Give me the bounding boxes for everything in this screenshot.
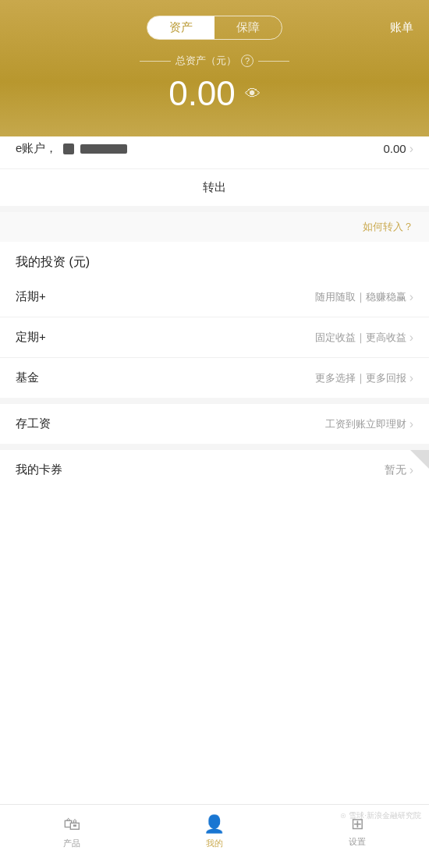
- nav-label-mine: 我的: [206, 838, 223, 849]
- watermark: ⊙ 雪球·新浪金融研究院: [340, 810, 421, 821]
- total-label-text: 总资产（元）: [176, 54, 236, 68]
- account-name-mask: [80, 144, 127, 154]
- account-left: e账户，: [16, 141, 127, 156]
- invest-item-huoqi-chevron-icon: ›: [410, 290, 413, 304]
- account-badge-icon: [63, 143, 74, 154]
- coupon-right: 暂无 ›: [385, 463, 413, 477]
- header-top: 资产 保障 账单: [16, 16, 413, 40]
- account-amount: 0.00: [383, 142, 406, 155]
- investment-section-header: 我的投资 (元): [0, 242, 429, 277]
- invest-item-fund[interactable]: 基金 更多选择｜更多回报 ›: [0, 358, 429, 398]
- invest-item-dingqi[interactable]: 定期+ 固定收益｜更高收益 ›: [0, 317, 429, 358]
- eye-icon[interactable]: 👁: [245, 85, 261, 103]
- tab-protection[interactable]: 保障: [214, 16, 282, 39]
- right-line: [258, 61, 289, 62]
- total-amount-value: 0.00: [168, 74, 236, 113]
- invest-item-dingqi-chevron-icon: ›: [410, 331, 413, 345]
- invest-item-dingqi-right: 固定收益｜更高收益 ›: [315, 331, 413, 345]
- invest-item-fund-desc: 更多选择｜更多回报: [315, 371, 406, 385]
- separator-1: [0, 398, 429, 404]
- total-amount-row: 0.00 👁: [168, 74, 261, 113]
- how-transfer-row: 如何转入？: [0, 212, 429, 242]
- left-line: [140, 61, 171, 62]
- user-icon: 👤: [204, 814, 225, 834]
- coupon-corner-tag: [410, 450, 429, 469]
- how-transfer-link[interactable]: 如何转入？: [363, 220, 413, 234]
- total-label-row: 总资产（元） ?: [140, 54, 289, 68]
- invest-item-dingqi-desc: 固定收益｜更高收益: [315, 331, 406, 345]
- nav-item-products[interactable]: 🛍 产品: [0, 811, 143, 852]
- invest-item-huoqi-right: 随用随取｜稳赚稳赢 ›: [315, 290, 413, 304]
- coupon-value: 暂无: [385, 463, 406, 477]
- salary-row[interactable]: 存工资 工资到账立即理财 ›: [0, 404, 429, 450]
- salary-chevron-icon: ›: [410, 417, 413, 431]
- invest-item-huoqi[interactable]: 活期+ 随用随取｜稳赚稳赢 ›: [0, 277, 429, 317]
- invest-item-dingqi-name: 定期+: [16, 330, 46, 345]
- tab-asset[interactable]: 资产: [147, 16, 214, 39]
- coupon-name: 我的卡券: [16, 462, 62, 477]
- shop-icon: 🛍: [63, 814, 80, 834]
- question-icon[interactable]: ?: [241, 55, 254, 67]
- content-area: e账户， 0.00 › 转出 如何转入？ 我的投资 (元) 活期+ 随用随取｜稳…: [0, 129, 429, 804]
- invest-item-fund-name: 基金: [16, 370, 39, 385]
- invest-item-huoqi-name: 活期+: [16, 289, 46, 304]
- salary-right: 工资到账立即理财 ›: [325, 417, 413, 431]
- account-right: 0.00 ›: [383, 142, 413, 156]
- tab-group: 资产 保障: [147, 16, 282, 40]
- nav-label-settings: 设置: [349, 836, 366, 848]
- invest-item-huoqi-desc: 随用随取｜稳赚稳赢: [315, 290, 406, 304]
- transfer-row: 转出: [0, 169, 429, 212]
- account-chevron-icon: ›: [410, 142, 413, 156]
- invest-item-fund-chevron-icon: ›: [410, 371, 413, 385]
- account-name: e账户，: [16, 141, 57, 156]
- nav-label-products: 产品: [63, 838, 80, 849]
- transfer-out-button[interactable]: 转出: [203, 180, 226, 195]
- nav-item-mine[interactable]: 👤 我的: [143, 811, 285, 852]
- header-area: 资产 保障 账单 总资产（元） ? 0.00 👁: [0, 0, 429, 136]
- coupon-row[interactable]: 我的卡券 暂无 ›: [0, 450, 429, 490]
- investment-list: 活期+ 随用随取｜稳赚稳赢 › 定期+ 固定收益｜更高收益 › 基金 更多选择｜…: [0, 277, 429, 398]
- invest-item-fund-right: 更多选择｜更多回报 ›: [315, 371, 413, 385]
- salary-name: 存工资: [16, 416, 51, 431]
- salary-desc: 工资到账立即理财: [325, 417, 406, 431]
- bill-button[interactable]: 账单: [390, 20, 413, 35]
